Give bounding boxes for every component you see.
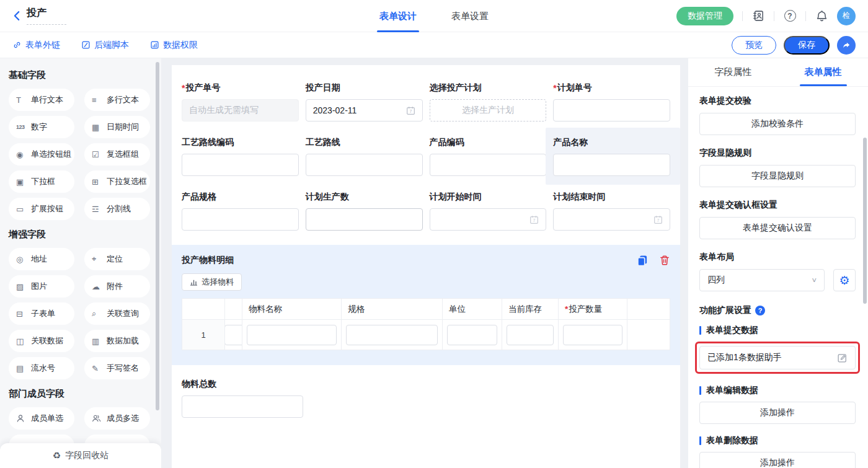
layout-settings-button[interactable]: ⚙ <box>833 269 856 291</box>
copy-icon[interactable] <box>636 254 649 267</box>
sidebar-item-address[interactable]: ◎地址 <box>9 248 74 270</box>
user-avatar[interactable]: 检 <box>837 7 856 25</box>
route-input[interactable] <box>306 154 423 176</box>
notification-bell-icon[interactable] <box>815 9 828 23</box>
contacts-book-icon[interactable] <box>751 9 765 23</box>
col-row-number <box>182 299 225 320</box>
chevron-down-icon: ˅ <box>812 276 817 285</box>
field-product-code[interactable]: 产品编码 <box>430 137 547 176</box>
image-icon: ▨ <box>16 282 29 291</box>
sidebar-item-related-data[interactable]: ◫关联数据 <box>9 330 74 352</box>
label-submit-validation: 表单提交校验 <box>699 95 856 107</box>
share-button[interactable] <box>837 36 856 55</box>
plan-no-input[interactable] <box>553 99 670 121</box>
col-current-stock: 当前库存 <box>502 299 559 320</box>
sidebar-item-serial-number[interactable]: ▤流水号 <box>9 357 74 379</box>
help-icon[interactable]: ? <box>783 9 797 23</box>
sidebar-item-image[interactable]: ▨图片 <box>9 275 74 298</box>
multi-line-text-icon: ≡ <box>92 95 104 105</box>
launch-date-input[interactable]: 2023-02-11 7 <box>306 99 423 121</box>
product-spec-input[interactable] <box>182 208 299 231</box>
sidebar-item-datetime[interactable]: ▦日期时间 <box>84 116 150 138</box>
sidebar-item-signature[interactable]: ✎手写签名 <box>84 357 150 379</box>
sidebar-item-multi-dropdown[interactable]: ⊞下拉复选框 <box>84 170 150 193</box>
sidebar-item-location[interactable]: ⌖定位 <box>84 248 150 270</box>
panel-scrollbar[interactable] <box>863 138 867 304</box>
sidebar-item-attachment[interactable]: ☁附件 <box>84 275 150 298</box>
plan-start-input[interactable]: 7 <box>430 208 547 231</box>
sidebar-item-checkbox-group[interactable]: ☑复选框组 <box>84 143 150 166</box>
sidebar-item-single-line-text[interactable]: T单行文本 <box>9 89 74 111</box>
field-route[interactable]: 工艺路线 <box>306 137 423 176</box>
data-permission-button[interactable]: 数据权限 <box>150 40 198 51</box>
material-total-input[interactable] <box>182 395 303 418</box>
visibility-rules-button[interactable]: 字段显隐规则 <box>699 165 856 187</box>
route-code-input[interactable] <box>182 154 299 176</box>
add-delete-action-button[interactable]: 添加操作 <box>699 452 856 468</box>
select-material-button[interactable]: 选择物料 <box>182 273 242 291</box>
launch-qty-input[interactable] <box>563 325 622 345</box>
add-validation-button[interactable]: 添加校验条件 <box>699 113 856 135</box>
edit-icon[interactable] <box>837 353 848 363</box>
field-plan-qty[interactable]: 计划生产数 <box>306 192 423 231</box>
svg-text:7: 7 <box>409 108 412 113</box>
sidebar-item-member-multi[interactable]: 成员多选 <box>84 407 150 430</box>
sidebar-item-data-load[interactable]: ▥数据加载 <box>84 330 150 352</box>
checkbox-group-icon: ☑ <box>92 150 104 159</box>
tab-form-design[interactable]: 表单设计 <box>379 0 417 32</box>
field-plan-select[interactable]: 选择投产计划 选择生产计划 <box>430 82 547 121</box>
submit-confirm-button[interactable]: 表单提交确认设置 <box>699 217 856 239</box>
field-plan-no[interactable]: 计划单号 <box>553 82 670 121</box>
subform-material-detail[interactable]: 投产物料明细 选择物料 物料名称 <box>172 245 680 365</box>
field-plan-start[interactable]: 计划开始时间 7 <box>430 192 547 231</box>
sidebar-item-extend-button[interactable]: ▭扩展按钮 <box>9 198 74 220</box>
field-order-no[interactable]: 投产单号 自动生成无需填写 <box>182 82 299 121</box>
sidebar-item-related-query[interactable]: ⌕关联查询 <box>84 302 150 325</box>
sidebar-item-subform[interactable]: ⊟子表单 <box>9 302 74 325</box>
field-product-name-selected[interactable]: 产品名称 <box>553 137 670 176</box>
field-plan-end[interactable]: 计划结束时间 7 <box>553 192 670 231</box>
product-name-input[interactable] <box>553 154 670 176</box>
current-stock-input[interactable] <box>507 325 554 345</box>
plan-end-input[interactable]: 7 <box>553 208 670 231</box>
add-edit-action-button[interactable]: 添加操作 <box>699 402 856 424</box>
data-assistant-field[interactable]: 已添加1条数据助手 <box>699 346 856 369</box>
delete-icon[interactable] <box>659 255 670 266</box>
field-recycle-bin[interactable]: ♻ 字段回收站 <box>0 443 161 468</box>
hidden-cell-input[interactable] <box>225 325 242 345</box>
field-route-code[interactable]: 工艺路线编码 <box>182 137 299 176</box>
back-button[interactable] <box>12 11 20 21</box>
col-spec: 规格 <box>342 299 443 320</box>
plan-select-button[interactable]: 选择生产计划 <box>430 99 547 121</box>
spec-input[interactable] <box>346 325 438 345</box>
sidebar-item-divider-line[interactable]: ☲分割线 <box>84 198 150 220</box>
layout-select[interactable]: 四列 ˅ <box>699 269 825 291</box>
preview-button[interactable]: 预览 <box>732 36 776 55</box>
tab-field-properties[interactable]: 字段属性 <box>688 58 778 86</box>
external-link-button[interactable]: 表单外链 <box>12 40 60 51</box>
section-title-member-fields: 部门成员字段 <box>9 388 150 400</box>
serial-number-icon: ▤ <box>16 364 29 373</box>
sidebar-item-radio-group[interactable]: ◉单选按钮组 <box>9 143 74 166</box>
sidebar-item-multi-line-text[interactable]: ≡多行文本 <box>84 89 150 111</box>
sidebar-scrollbar[interactable] <box>156 62 159 410</box>
material-name-input[interactable] <box>247 325 337 345</box>
order-no-input[interactable]: 自动生成无需填写 <box>182 99 299 121</box>
sidebar-item-dropdown[interactable]: ▣下拉框 <box>9 170 74 193</box>
tab-form-settings[interactable]: 表单设置 <box>451 0 489 32</box>
field-material-total[interactable]: 物料总数 <box>182 379 303 418</box>
page-title[interactable]: 投产 <box>27 7 46 18</box>
field-launch-date[interactable]: 投产日期 2023-02-11 7 <box>306 82 423 121</box>
tab-form-properties[interactable]: 表单属性 <box>778 58 868 86</box>
plan-qty-input[interactable] <box>306 208 423 231</box>
sidebar-item-member-single[interactable]: 成员单选 <box>9 407 74 430</box>
field-product-spec[interactable]: 产品规格 <box>182 192 299 231</box>
extension-help-icon[interactable]: ? <box>755 306 765 316</box>
unit-input[interactable] <box>447 325 497 345</box>
location-icon: ⌖ <box>92 254 104 264</box>
save-button[interactable]: 保存 <box>784 36 830 55</box>
data-manage-button[interactable]: 数据管理 <box>676 7 733 25</box>
sidebar-item-number[interactable]: 123数字 <box>9 116 74 138</box>
backend-script-button[interactable]: 后端脚本 <box>81 40 129 51</box>
product-code-input[interactable] <box>430 154 547 176</box>
